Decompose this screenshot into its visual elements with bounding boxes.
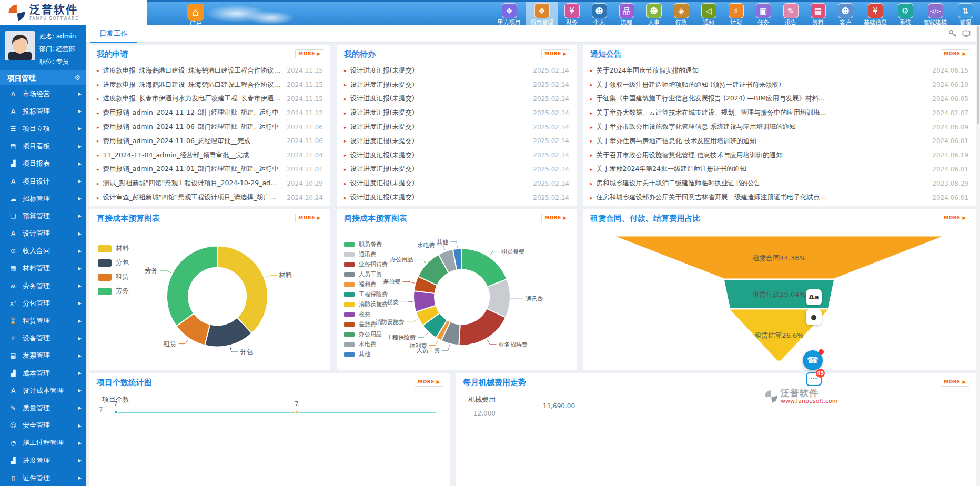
legend-item[interactable]: 劳务: [98, 284, 129, 298]
nav-item-资料[interactable]: ▤资料: [804, 2, 832, 27]
tab-daily-work[interactable]: 日常工作: [90, 25, 137, 43]
list-item[interactable]: ▸关于召开市政公用设施智慧化管理 信息技术与应用培训班的通知2024.06.19: [583, 148, 976, 163]
nav-item-甲方项目[interactable]: ❖甲方项目: [493, 2, 526, 27]
more-button[interactable]: MORE ▶: [941, 378, 969, 387]
list-item[interactable]: ▸设计进度汇报(未提交)2025.02.14: [337, 106, 577, 120]
sidebar-item-设计管理[interactable]: A设计管理▶: [0, 225, 86, 242]
nav-item-客户[interactable]: ☻客户: [832, 2, 859, 27]
sidebar-item-项目立项[interactable]: ☰项目立项▶: [0, 120, 86, 137]
list-item[interactable]: ▸11_2024-11-04_admin_经营部_领导审批__完成2024.11…: [89, 148, 330, 163]
more-button[interactable]: MORE ▶: [941, 49, 969, 58]
sidebar-item-质量管理[interactable]: ✎质量管理▶: [0, 399, 86, 417]
list-item[interactable]: ▸设计进度汇报(未提交)2025.02.14: [337, 78, 577, 92]
list-item[interactable]: ▸进度款申报_珠海鹤港口建设_珠海鹤港口建设工程合作协议书_admin_...2…: [89, 64, 330, 78]
nav-item-任务[interactable]: ▣任务: [750, 2, 777, 27]
more-button[interactable]: MORE ▶: [541, 49, 570, 58]
legend-item[interactable]: 材料: [98, 241, 129, 256]
list-item[interactable]: ▸费用报销_admin_2024-11-06_部门经理审批_胡建,_运行中202…: [89, 120, 330, 134]
legend-item[interactable]: 通讯费: [344, 249, 388, 259]
sidebar-item-施工过程管理[interactable]: ◔施工过程管理▶: [0, 434, 86, 452]
donut-slice-劳务[interactable]: [167, 246, 217, 326]
list-item[interactable]: ▸关于领取一级注册建造师增项贴的通知 (须持一建证书前来领取)2024.06.1…: [583, 78, 976, 92]
machine-cost-line-chart[interactable]: 机械费用 11,690.00 12,000: [456, 392, 976, 486]
list-item[interactable]: ▸设计进度汇报(未提交)2025.02.14: [337, 148, 577, 163]
sidebar-item-证件管理[interactable]: ▯证件管理▶: [0, 469, 86, 486]
nav-item-计划[interactable]: ♯计划: [722, 2, 750, 27]
list-item[interactable]: ▸关于举办大数据、云计算技术在城市建设、规划、管理与服务中的应用培训班...20…: [583, 106, 976, 120]
legend-item[interactable]: 职员餐费: [344, 239, 388, 249]
data-point[interactable]: [295, 410, 299, 414]
more-button[interactable]: MORE ▶: [415, 378, 443, 387]
sidebar-item-发票管理[interactable]: ▤发票管理▶: [0, 347, 86, 364]
legend-item[interactable]: 水电费: [344, 339, 388, 349]
sidebar-section-header[interactable]: 项目管理 ⚙: [0, 70, 86, 85]
rental-funnel-chart[interactable]: 租赁合同44.36%租赁付款29.04%租赁结算26.6%: [583, 228, 976, 370]
text-size-button[interactable]: Aa: [806, 289, 822, 305]
legend-item[interactable]: 税费: [344, 309, 388, 319]
nav-item-系统[interactable]: ⚙系统: [892, 2, 919, 27]
data-point[interactable]: [114, 410, 118, 414]
sidebar-item-招标管理[interactable]: ☁招标管理▶: [0, 190, 86, 207]
sidebar-item-设备管理[interactable]: ⚡设备管理▶: [0, 330, 86, 347]
legend-item[interactable]: 福利费: [344, 279, 388, 289]
nav-item-通知[interactable]: ◁通知: [695, 2, 722, 27]
legend-item[interactable]: 业务招待费: [344, 259, 388, 269]
legend-item[interactable]: 工程保险费: [344, 289, 388, 299]
legend-item[interactable]: 办公用品: [344, 329, 388, 339]
nav-item-流程[interactable]: 品流程: [613, 2, 640, 27]
list-item[interactable]: ▸费用报销_admin_2024-11-06_总经理审批__完成2024.11.…: [89, 134, 330, 148]
sidebar-item-进度管理[interactable]: ▟进度管理▶: [0, 452, 86, 469]
list-item[interactable]: ▸设计审查_彭祖新城"四馆"景观工程设计项目_请选择_胡广生_2024-10-2…: [89, 190, 330, 205]
list-item[interactable]: ▸于征集《中国建筑施工行业信息化发展报告 (2024) —BIM应用与发展》材料…: [583, 92, 976, 106]
avatar[interactable]: [5, 31, 35, 60]
list-item[interactable]: ▸设计进度汇报(未提交)2025.02.14: [337, 120, 577, 134]
nav-item-个人[interactable]: ☻个人: [585, 2, 613, 27]
list-item[interactable]: ▸关于举办住房与房地产信息化 技术及应用培训班的通知2024.06.01: [583, 134, 976, 148]
list-item[interactable]: ▸设计进度汇报(未提交)2025.02.14: [337, 163, 577, 177]
donut-slice-业务招待费[interactable]: [459, 309, 506, 346]
legend-item[interactable]: 差旅费: [344, 319, 388, 329]
list-item[interactable]: ▸进度款申报_珠海鹤港口建设_珠海鹤港口建设工程合作协议书_admin_...2…: [89, 78, 330, 92]
list-item[interactable]: ▸房和城乡建设厅关于取消二级建造师临时执业证书的公告2023.08.29: [583, 176, 976, 190]
list-item[interactable]: ▸关于发放2024年第24批一级建造师注册证书的通知2024.06.01: [583, 163, 976, 177]
sidebar-item-市场经营[interactable]: A市场经营▶: [0, 85, 86, 103]
list-item[interactable]: ▸进度款申报_长春市伊通河水力发电厂改建工程_长春市伊通河水力发电...2024…: [89, 92, 330, 106]
list-item[interactable]: ▸关于举办市政公用设施数字化管理信息 系统建设与应用培训班的通知2024.06.…: [583, 120, 976, 134]
nav-item-管理[interactable]: ⇅管理: [952, 2, 979, 27]
nav-item-基础信息[interactable]: ¥基础信息: [859, 2, 892, 27]
sidebar-item-分包管理[interactable]: x²分包管理▶: [0, 295, 86, 312]
monitor-icon[interactable]: [962, 29, 971, 38]
chat-button[interactable]: ··· 45: [806, 372, 822, 386]
scrollbar[interactable]: [976, 25, 980, 486]
list-item[interactable]: ▸费用报销_admin_2024-11-12_部门经理审批_胡建,_运行中202…: [89, 106, 330, 120]
scrollbar-thumb[interactable]: [977, 26, 979, 124]
list-item[interactable]: ▸设计进度汇报(未提交)2025.02.14: [337, 190, 577, 205]
legend-item[interactable]: 人员工资: [344, 269, 388, 279]
list-item[interactable]: ▸关于2024年国庆节放假安排的通知2024.06.15: [583, 64, 976, 78]
sidebar-item-项目看板[interactable]: ▤项目看板▶: [0, 138, 86, 155]
sidebar-item-租赁管理[interactable]: ⌛租赁管理▶: [0, 312, 86, 329]
key-icon[interactable]: [948, 29, 957, 38]
more-button[interactable]: MORE ▶: [541, 214, 570, 222]
sidebar-item-项目设计[interactable]: A项目设计▶: [0, 173, 86, 190]
legend-item[interactable]: 消防设施费: [344, 299, 388, 309]
project-count-line-chart[interactable]: 项目个数 7 7 7: [89, 392, 450, 486]
sidebar-item-预算管理[interactable]: ❏预算管理▶: [0, 207, 86, 225]
legend-item[interactable]: 分包: [98, 256, 129, 270]
sidebar-item-安全管理[interactable]: ☺安全管理▶: [0, 417, 86, 434]
list-item[interactable]: ▸设计进度汇报(未提交)2025.02.14: [337, 134, 577, 148]
nav-item-报告[interactable]: ✎报告: [777, 2, 804, 27]
legend-item[interactable]: 租赁: [98, 270, 129, 284]
record-button[interactable]: ●: [806, 309, 822, 325]
donut-slice-材料[interactable]: [217, 246, 268, 333]
donut-slice-职员餐费[interactable]: [462, 249, 507, 287]
legend-item[interactable]: 其他: [344, 349, 388, 359]
sidebar-item-收入合同[interactable]: ⊙收入合同▶: [0, 242, 86, 260]
list-item[interactable]: ▸测试_彭祖新城"四馆"景观工程设计项目_2024-10-29_admin_结束…: [89, 176, 330, 190]
list-item[interactable]: ▸住房和城乡建设部办公厅关于同意吉林省开展二级建造师注册证书电子化试点...20…: [583, 190, 976, 205]
nav-item-行政[interactable]: ◈行政: [668, 2, 695, 27]
more-button[interactable]: MORE ▶: [295, 49, 324, 58]
sidebar-item-材料管理[interactable]: ▦材料管理▶: [0, 260, 86, 277]
sidebar-item-投标管理[interactable]: A投标管理▶: [0, 103, 86, 120]
nav-item-智能建模[interactable]: </>智能建模: [919, 2, 952, 27]
